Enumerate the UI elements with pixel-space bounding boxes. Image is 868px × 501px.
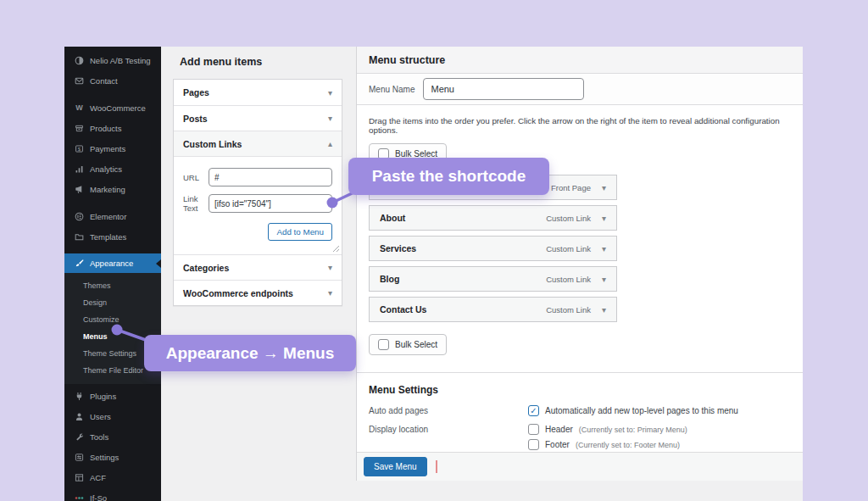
bulk-select-checkbox[interactable] bbox=[378, 339, 389, 350]
custom-links-form: URL Link Text Add to Menu bbox=[174, 156, 342, 254]
accordion-categories[interactable]: Categories ▾ bbox=[174, 254, 342, 280]
sidebar-separator bbox=[64, 91, 161, 97]
chevron-down-icon: ▾ bbox=[328, 114, 332, 123]
settings-sliders-icon bbox=[75, 453, 84, 462]
section-divider bbox=[357, 372, 803, 373]
svg-text:$: $ bbox=[78, 146, 81, 151]
acf-grid-icon bbox=[75, 473, 84, 482]
sidebar-item-templates[interactable]: Templates bbox=[64, 226, 161, 247]
bulk-select-label: Bulk Select bbox=[395, 340, 437, 349]
auto-add-pages-label: Auto add pages bbox=[369, 405, 528, 416]
sidebar-item-label: Analytics bbox=[90, 164, 122, 174]
if-so-dots-icon bbox=[75, 493, 84, 501]
menu-structure-header: Menu structure bbox=[357, 47, 803, 74]
menu-item-row-contact-us[interactable]: Contact Us Custom Link ▾ bbox=[369, 297, 617, 322]
url-input[interactable] bbox=[209, 168, 332, 186]
chevron-down-icon: ▾ bbox=[328, 288, 332, 298]
accordion-custom-links[interactable]: Custom Links ▴ bbox=[174, 131, 342, 156]
resize-handle[interactable] bbox=[332, 245, 340, 253]
save-menu-footer: Save Menu bbox=[357, 452, 803, 481]
menu-item-type: Custom Link bbox=[546, 275, 591, 284]
chevron-down-icon[interactable]: ▾ bbox=[602, 183, 606, 192]
check-icon: ✓ bbox=[530, 407, 537, 415]
menu-item-row-services[interactable]: Services Custom Link ▾ bbox=[369, 236, 617, 261]
menu-item-type: Front Page bbox=[551, 183, 591, 192]
sidebar-item-label: Products bbox=[90, 124, 122, 133]
sidebar-item-label: Tools bbox=[90, 432, 108, 442]
admin-sidebar: Nelio A/B Testing Contact W WooCommerce … bbox=[64, 47, 161, 501]
display-location-footer-option[interactable]: Footer (Currently set to: Footer Menu) bbox=[528, 439, 687, 450]
menu-structure-title: Menu structure bbox=[369, 54, 445, 66]
menu-name-input[interactable] bbox=[423, 78, 584, 100]
sidebar-item-if-so[interactable]: If-So bbox=[64, 487, 161, 501]
display-location-label: Display location bbox=[369, 424, 528, 450]
menu-name-label: Menu Name bbox=[369, 85, 415, 94]
sidebar-item-acf[interactable]: ACF bbox=[64, 467, 161, 487]
menu-item-label: Blog bbox=[380, 274, 399, 284]
sidebar-item-nelio-ab-testing[interactable]: Nelio A/B Testing bbox=[64, 50, 161, 70]
wrench-icon bbox=[75, 432, 84, 442]
display-location-row: Display location Header (Currently set t… bbox=[369, 424, 791, 450]
bulk-select-toggle-bottom[interactable]: Bulk Select bbox=[369, 334, 447, 355]
sidebar-item-woocommerce[interactable]: W WooCommerce bbox=[64, 97, 161, 118]
sidebar-item-settings[interactable]: Settings bbox=[64, 447, 161, 467]
display-location-header-option[interactable]: Header (Currently set to: Primary Menu) bbox=[528, 424, 687, 435]
chevron-down-icon[interactable]: ▾ bbox=[602, 214, 606, 223]
sidebar-item-elementor[interactable]: Elementor bbox=[64, 206, 161, 226]
accordion-label: Posts bbox=[183, 114, 208, 124]
url-label: URL bbox=[183, 173, 209, 182]
menu-items-accordion: Pages ▾ Posts ▾ Custom Links ▴ URL bbox=[173, 79, 342, 306]
sidebar-item-analytics[interactable]: Analytics bbox=[64, 159, 161, 179]
drag-instruction-text: Drag the items into the order you prefer… bbox=[369, 116, 791, 135]
menu-name-row: Menu Name bbox=[357, 74, 803, 105]
elementor-icon bbox=[75, 212, 84, 221]
accordion-woocommerce-endpoints[interactable]: WooCommerce endpoints ▾ bbox=[174, 280, 342, 305]
accordion-pages[interactable]: Pages ▾ bbox=[174, 80, 342, 105]
sidebar-item-contact[interactable]: Contact bbox=[64, 70, 161, 91]
sidebar-item-label: Nelio A/B Testing bbox=[90, 56, 151, 65]
menu-item-row-blog[interactable]: Blog Custom Link ▾ bbox=[369, 266, 617, 292]
add-menu-items-panel: Add menu items Pages ▾ Posts ▾ Custom Li… bbox=[161, 47, 356, 501]
header-location-checkbox[interactable] bbox=[528, 424, 539, 435]
plugin-icon bbox=[75, 392, 84, 401]
menu-item-label: About bbox=[380, 213, 405, 223]
sidebar-separator bbox=[64, 199, 161, 206]
sidebar-item-plugins[interactable]: Plugins bbox=[64, 386, 161, 406]
text-cursor-mark bbox=[436, 460, 437, 473]
auto-add-pages-checkbox[interactable]: ✓ bbox=[528, 405, 539, 416]
menu-item-label: Contact Us bbox=[380, 304, 426, 315]
sidebar-item-users[interactable]: Users bbox=[64, 406, 161, 426]
link-text-input[interactable] bbox=[209, 194, 332, 213]
footer-option-note: (Currently set to: Footer Menu) bbox=[576, 441, 680, 449]
sidebar-item-payments[interactable]: $ Payments bbox=[64, 138, 161, 159]
sidebar-item-label: Plugins bbox=[90, 392, 116, 401]
envelope-icon bbox=[75, 76, 84, 86]
add-to-menu-button[interactable]: Add to Menu bbox=[268, 223, 332, 241]
sidebar-item-label: Payments bbox=[90, 144, 125, 153]
submenu-item-design[interactable]: Design bbox=[64, 294, 161, 311]
chevron-down-icon[interactable]: ▾ bbox=[602, 305, 606, 315]
auto-add-pages-option-label: Automatically add new top-level pages to… bbox=[545, 406, 738, 415]
sidebar-item-products[interactable]: Products bbox=[64, 118, 161, 138]
woocommerce-icon: W bbox=[75, 103, 84, 113]
add-menu-items-title: Add menu items bbox=[180, 56, 356, 68]
sidebar-item-tools[interactable]: Tools bbox=[64, 426, 161, 447]
paintbrush-icon bbox=[75, 259, 84, 268]
auto-add-pages-option[interactable]: ✓ Automatically add new top-level pages … bbox=[528, 405, 738, 416]
submenu-item-themes[interactable]: Themes bbox=[64, 277, 161, 294]
chevron-down-icon[interactable]: ▾ bbox=[602, 275, 606, 284]
sidebar-item-appearance[interactable]: Appearance bbox=[64, 253, 161, 273]
appearance-menus-callout: Appearance → Menus bbox=[144, 335, 356, 371]
menu-item-row-about[interactable]: About Custom Link ▾ bbox=[369, 205, 617, 231]
menu-item-type: Custom Link bbox=[546, 305, 591, 315]
save-menu-button[interactable]: Save Menu bbox=[364, 457, 427, 476]
sidebar-item-label: Marketing bbox=[90, 185, 125, 194]
submenu-item-customize[interactable]: Customize bbox=[64, 311, 161, 328]
accordion-label: WooCommerce endpoints bbox=[183, 288, 293, 298]
chevron-down-icon[interactable]: ▾ bbox=[602, 244, 606, 253]
sidebar-item-marketing[interactable]: Marketing bbox=[64, 179, 161, 199]
footer-location-checkbox[interactable] bbox=[528, 439, 539, 450]
chevron-up-icon: ▴ bbox=[328, 139, 332, 148]
accordion-posts[interactable]: Posts ▾ bbox=[174, 105, 342, 131]
payments-icon: $ bbox=[75, 144, 84, 153]
